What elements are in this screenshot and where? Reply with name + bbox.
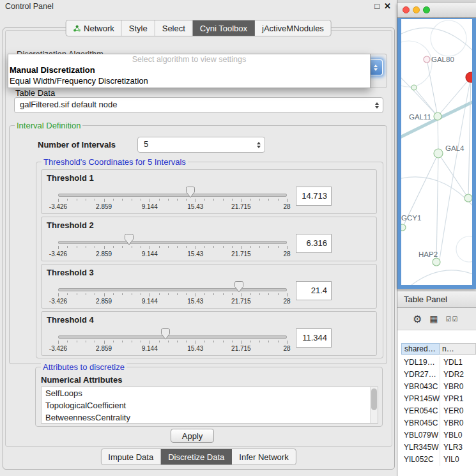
scrollbar-thumb[interactable] [371,388,377,410]
table-row[interactable]: YBL079WYBL0 [397,429,476,441]
network-graph[interactable]: GAL80GAL11GAL4GCY1HAP2 [401,19,472,285]
scale-tick-label: 2.859 [96,250,112,257]
cell-name: YBL0 [440,429,476,441]
tab-label: Impute Data [108,452,153,462]
threshold-value-field[interactable]: 14.713 [296,187,332,206]
minimize-traffic-light-icon[interactable] [413,6,420,13]
scale-tick-label: 9.144 [142,203,158,210]
tab-infer-network[interactable]: Infer Network [232,449,295,464]
network-node-label: GAL11 [409,113,431,121]
scale-tick-label: 28 [283,203,290,210]
tab-label: Cyni Toolbox [200,24,247,33]
slider-handle[interactable] [234,281,243,293]
control-panel-titlebar: Control Panel □ ✕ [0,0,397,13]
columns-table-icon[interactable]: ▦ [429,314,438,324]
table-panel-window: Table Panel ⚙▦☑☑ shared… n… YDL19…YDL1YD… [397,291,476,476]
tab-style[interactable]: Style [122,20,155,36]
table-row[interactable]: YER054CYER0 [397,405,476,417]
scale-tick-label: -3.426 [49,250,67,257]
tab-impute-data[interactable]: Impute Data [101,449,161,464]
network-icon [73,25,81,32]
zoom-traffic-light-icon[interactable] [423,6,430,13]
table-row[interactable]: YLR345WYLR3 [397,441,476,454]
threshold-slider[interactable]: -3.4262.8599.14415.4321.71528 [58,265,287,308]
apply-button[interactable]: Apply [171,429,214,443]
slider-handle[interactable] [186,187,195,198]
tab-select[interactable]: Select [155,20,193,36]
cell-shared-name: YIL052C [397,454,440,466]
table-row[interactable]: YBR045CYBR0 [397,417,476,429]
tab-discretize-data[interactable]: Discretize Data [161,449,232,464]
slider-scale: -3.4262.8599.14415.4321.71528 [58,250,287,258]
scale-tick-label: 28 [283,250,290,257]
table-rows: YDL19…YDL1YDR27…YDR2YBR043CYBR0YPR145WYP… [397,357,476,476]
scale-tick-label: 21.715 [231,298,251,305]
tab-jactivemnodules[interactable]: jActiveMNodules [255,20,331,36]
network-node[interactable] [466,72,472,82]
slider-scale: -3.4262.8599.14415.4321.71528 [58,345,287,353]
network-node-gal11[interactable] [434,112,441,120]
tab-network[interactable]: Network [66,20,122,36]
float-panel-icon[interactable]: □ [374,1,380,11]
threshold-value-field[interactable]: 11.344 [296,328,332,348]
numerical-attribute-item[interactable]: TopologicalCoefficient [42,399,378,411]
tab-label: Discretize Data [168,452,224,462]
network-canvas[interactable]: GAL80GAL11GAL4GCY1HAP2 [397,18,476,289]
network-node-label: GAL4 [445,144,464,152]
column-header-name[interactable]: n… [440,343,476,355]
table-row[interactable]: YBR043CYBR0 [397,381,476,393]
threshold-panel: Threshold 1-3.4262.8599.14415.4321.71528… [41,169,377,214]
network-node-label: HAP2 [418,250,438,258]
threshold-value-field[interactable]: 21.4 [296,281,332,300]
numerical-attributes-list[interactable]: SelfLoopsTopologicalCoefficientBetweenne… [41,387,378,424]
threshold-panel: Threshold 3-3.4262.8599.14415.4321.71528… [41,264,377,309]
threshold-value-field[interactable]: 6.316 [296,234,332,253]
table-row[interactable]: YDR27…YDR2 [397,369,476,381]
table-data-combobox[interactable]: galFiltered.sif default node [14,97,383,113]
network-node-gcy1[interactable] [401,224,406,231]
tab-label: Network [84,24,114,33]
table-data-label: Table Data [15,88,55,98]
tab-cyni-toolbox[interactable]: Cyni Toolbox [193,20,255,36]
threshold-slider[interactable]: -3.4262.8599.14415.4321.71528 [58,170,287,213]
cell-shared-name: YBL079W [397,429,440,441]
slider-handle[interactable] [161,328,170,340]
numerical-attributes-label: Numerical Attributes [41,375,122,385]
network-node-gal4[interactable] [434,149,443,158]
cell-name: YPR1 [440,393,476,405]
close-panel-icon[interactable]: ✕ [384,1,391,11]
network-node-gal80[interactable] [424,56,430,63]
tab-label: Style [129,24,148,33]
settings-gear-icon[interactable]: ⚙ [413,313,422,325]
threshold-slider[interactable]: -3.4262.8599.14415.4321.71528 [58,312,287,355]
tab-label: Infer Network [239,452,288,462]
network-node[interactable] [411,85,417,90]
close-traffic-light-icon[interactable] [403,6,410,13]
combo-arrows-icon [257,142,261,148]
tab-label: Select [162,24,185,33]
table-row[interactable]: YPR145WYPR1 [397,393,476,405]
cell-name: YDR2 [440,369,476,381]
numerical-attribute-item[interactable]: SelfLoops [42,387,378,399]
cell-name: YBR0 [440,381,476,393]
network-node[interactable] [464,194,472,202]
slider-ticks [58,293,287,297]
column-header-shared-name[interactable]: shared… [401,343,440,355]
list-scrollbar[interactable] [370,387,378,423]
select-columns-icon[interactable]: ☑☑ [446,316,459,323]
numerical-attribute-item[interactable]: BetweennessCentrality [42,411,378,424]
attribute-items: SelfLoopsTopologicalCoefficientBetweenne… [42,387,378,424]
screen: Control Panel □ ✕ NetworkStyleSelectCyni… [0,0,476,476]
cell-name: YIL0 [440,454,476,466]
network-node-hap2[interactable] [433,258,440,266]
number-of-intervals-combobox[interactable]: 5 [137,137,265,153]
table-row[interactable]: YIL052CYIL0 [397,454,476,466]
network-window-titlebar[interactable] [397,3,476,18]
algorithm-option-equal-width-frequency[interactable]: Equal Width/Frequency Discretization [8,75,370,86]
slider-handle[interactable] [125,234,134,245]
cell-shared-name: YPR145W [397,393,440,405]
table-row[interactable]: YDL19…YDL1 [397,357,476,369]
algorithm-option-manual-discretization[interactable]: Manual Discretization [8,65,370,75]
top-tab-bar: NetworkStyleSelectCyni ToolboxjActiveMNo… [65,20,332,36]
threshold-slider[interactable]: -3.4262.8599.14415.4321.71528 [58,217,287,261]
